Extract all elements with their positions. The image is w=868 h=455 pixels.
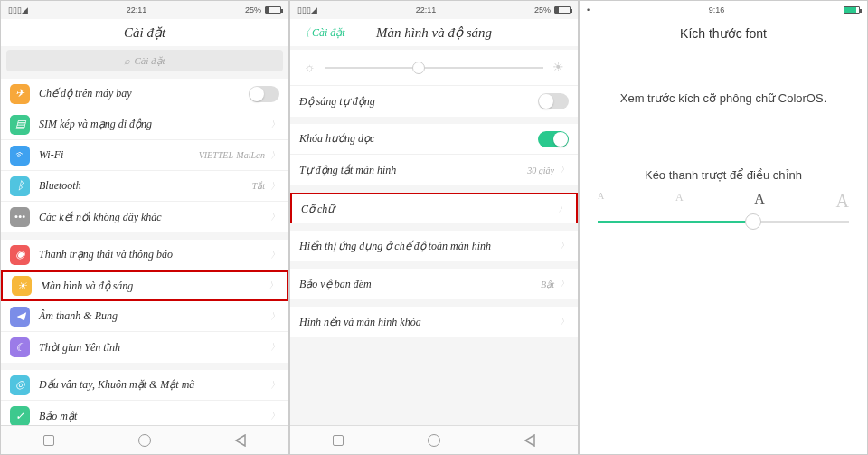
font-size-marks: A A A A <box>580 191 867 212</box>
settings-row[interactable]: ᛒBluetoothTắt〉 <box>1 171 288 202</box>
chevron-right-icon: 〉 <box>558 203 567 215</box>
chevron-right-icon: 〉 <box>270 149 279 162</box>
nav-home[interactable] <box>426 432 442 449</box>
shield-icon: ✓ <box>10 406 30 425</box>
battery-icon <box>554 6 571 14</box>
settings-row[interactable]: ☀Màn hình và độ sáng〉 <box>1 270 288 301</box>
chevron-right-icon: 〉 <box>270 341 279 354</box>
brightness-slider-row: ☼☀ <box>290 50 578 86</box>
status-time: 22:11 <box>416 5 437 14</box>
chevron-right-icon: 〉 <box>270 249 279 261</box>
toggle[interactable] <box>538 93 569 109</box>
status-time: 9:16 <box>709 5 725 14</box>
slider-thumb[interactable] <box>412 62 425 74</box>
settings-row[interactable]: ▤SIM kép và mạng di động〉 <box>1 109 288 140</box>
moon-icon: ☾ <box>10 337 30 357</box>
row-label: Khóa hướng dọc <box>299 132 538 146</box>
row-value: Bật <box>541 280 554 289</box>
row-label: Bluetooth <box>39 179 252 193</box>
phone-display-settings: ▯▯▯◢ 22:11 25% 〈Cài đặt Màn hình và độ s… <box>289 0 579 455</box>
wifi-icon: ᯤ <box>10 146 30 166</box>
font-size-slider[interactable] <box>598 221 849 223</box>
row-label: Thanh trạng thái và thông báo <box>39 248 270 261</box>
row-label: Bảo vệ ban đêm <box>299 278 541 291</box>
settings-row[interactable]: ☾Thời gian Yên tĩnh〉 <box>1 332 288 363</box>
font-instructions: Kéo thanh trượt để điều chỉnh <box>580 132 867 191</box>
row-label: Hình nền và màn hình khóa <box>299 316 560 329</box>
airplane-icon: ✈ <box>10 84 30 104</box>
sun-large-icon: ☀ <box>552 60 564 75</box>
settings-row[interactable]: •••Các kết nối không dây khác〉 <box>1 202 288 232</box>
row-label: Hiển thị ứng dụng ở chế độ toàn màn hình <box>299 240 560 253</box>
status-bar: • 9:16 <box>580 1 867 19</box>
fingerprint-icon: ◎ <box>10 375 30 395</box>
settings-row[interactable]: Hình nền và màn hình khóa〉 <box>290 307 578 337</box>
nav-bar <box>290 425 578 454</box>
row-label: Chế độ trên máy bay <box>39 87 249 100</box>
settings-row[interactable]: Hiển thị ứng dụng ở chế độ toàn màn hình… <box>290 231 578 261</box>
row-label: Thời gian Yên tĩnh <box>39 341 270 355</box>
settings-row[interactable]: ✓Bảo mật〉 <box>1 401 288 425</box>
status-time: 22:11 <box>127 5 147 14</box>
nav-recent[interactable] <box>41 432 57 449</box>
nav-recent[interactable] <box>330 432 346 449</box>
font-preview-text: Xem trước kích cỡ phông chữ ColorOS. <box>580 46 867 132</box>
settings-row[interactable]: ◎Dấu vân tay, Khuôn mặt & Mật mã〉 <box>1 370 288 401</box>
search-input[interactable]: ⌕ Cài đặt <box>6 50 283 71</box>
chevron-right-icon: 〉 <box>560 278 569 290</box>
row-label: Các kết nối không dây khác <box>39 211 270 224</box>
chevron-right-icon: 〉 <box>270 180 279 193</box>
chevron-right-icon: 〉 <box>270 118 279 131</box>
battery-pct: 25% <box>534 5 551 14</box>
chevron-right-icon: 〉 <box>269 280 278 292</box>
settings-row[interactable]: Độ sáng tự động <box>290 86 578 117</box>
row-label: Tự động tắt màn hình <box>299 164 527 177</box>
brightness-slider[interactable] <box>325 67 543 69</box>
battery-icon <box>265 6 281 14</box>
chevron-left-icon: 〈 <box>299 25 310 41</box>
nav-back[interactable] <box>522 432 538 449</box>
chevron-right-icon: 〉 <box>560 240 569 252</box>
display-icon: ☀ <box>12 276 32 296</box>
settings-row[interactable]: ◉Thanh trạng thái và thông báo〉 <box>1 240 288 270</box>
row-label: SIM kép và mạng di động <box>39 118 270 131</box>
toggle[interactable] <box>538 131 569 147</box>
sim-icon: ▤ <box>10 115 30 135</box>
nav-home[interactable] <box>137 432 153 449</box>
bluetooth-icon: ᛒ <box>10 176 30 196</box>
row-label: Dấu vân tay, Khuôn mặt & Mật mã <box>39 378 270 392</box>
slider-thumb[interactable] <box>745 213 761 230</box>
bell-icon: ◉ <box>10 245 30 265</box>
phone-settings: ▯▯▯◢ 22:11 25% Cài đặt ⌕ Cài đặt ✈Chế độ… <box>0 0 289 455</box>
toggle[interactable] <box>249 86 279 102</box>
nav-back[interactable] <box>232 432 249 449</box>
chevron-right-icon: 〉 <box>560 316 569 328</box>
settings-row[interactable]: ◀Âm thanh & Rung〉 <box>1 301 288 332</box>
row-label: Âm thanh & Rung <box>39 309 270 323</box>
svg-marker-1 <box>525 435 534 446</box>
signal-icon: ▯▯▯◢ <box>8 5 28 14</box>
row-label: Cỡ chữ <box>301 203 558 216</box>
row-label: Bảo mật <box>39 410 270 423</box>
chevron-right-icon: 〉 <box>270 211 279 223</box>
page-title: Kích thước font <box>580 19 867 46</box>
row-label: Wi-Fi <box>39 148 199 162</box>
settings-row[interactable]: ✈Chế độ trên máy bay <box>1 79 288 109</box>
signal-icon: • <box>587 5 590 14</box>
settings-row[interactable]: ᯤWi-FiVIETTEL-MaiLan〉 <box>1 140 288 171</box>
chevron-right-icon: 〉 <box>270 410 279 422</box>
row-value: 30 giây <box>527 166 554 175</box>
settings-row[interactable]: Cỡ chữ〉 <box>290 193 578 223</box>
svg-marker-0 <box>236 435 245 446</box>
page-title: Cài đặt <box>1 19 288 46</box>
page-title: 〈Cài đặt Màn hình và độ sáng <box>290 19 578 46</box>
back-button[interactable]: 〈Cài đặt <box>299 25 345 41</box>
settings-row[interactable]: Khóa hướng dọc <box>290 124 578 155</box>
settings-row[interactable]: Bảo vệ ban đêmBật〉 <box>290 269 578 299</box>
row-label: Màn hình và độ sáng <box>41 280 269 293</box>
nav-bar <box>1 425 288 454</box>
status-bar: ▯▯▯◢ 22:11 25% <box>290 1 578 19</box>
more-icon: ••• <box>10 207 30 227</box>
settings-row[interactable]: Tự động tắt màn hình30 giây〉 <box>290 155 578 185</box>
sun-small-icon: ☼ <box>304 61 316 75</box>
